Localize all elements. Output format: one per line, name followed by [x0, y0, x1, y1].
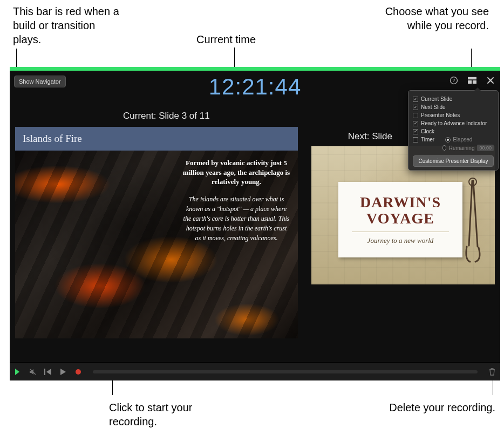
option-timer[interactable]: Timer Elapsed	[413, 135, 494, 144]
current-slide-blurb-italic: The islands are situated over what is kn…	[182, 194, 290, 243]
checkbox-icon[interactable]	[413, 129, 418, 134]
delete-recording-button[interactable]	[488, 368, 496, 376]
svg-rect-3	[468, 80, 472, 84]
svg-text:?: ?	[452, 78, 455, 83]
next-slide-label: Next: Slide	[348, 131, 392, 142]
radio-icon[interactable]	[445, 137, 451, 142]
next-slide-subtitle: Journey to a new world	[352, 232, 448, 245]
option-presenter-notes[interactable]: Presenter Notes	[413, 111, 494, 119]
current-slide-title: Islands of Fire	[15, 127, 298, 151]
mute-icon[interactable]	[29, 368, 37, 376]
display-options-popover: Current Slide Next Slide Presenter Notes…	[408, 90, 499, 171]
timer-mode-elapsed: Elapsed	[453, 137, 472, 142]
option-timer-remaining[interactable]: Remaining 00:00	[413, 144, 494, 152]
radio-icon[interactable]	[442, 145, 446, 151]
current-slide-text: Formed by volcanic activity just 5 milli…	[182, 158, 290, 243]
next-slide-title-card: DARWIN'S VOYAGE Journey to a new world	[338, 182, 462, 257]
checkbox-icon[interactable]	[413, 137, 418, 142]
top-right-icons: ?	[449, 76, 495, 85]
checkbox-icon[interactable]	[413, 113, 418, 118]
current-slide-preview[interactable]: Islands of Fire Formed by volcanic activ…	[15, 127, 298, 338]
divider-illustration	[454, 175, 492, 267]
option-label: Next Slide	[421, 104, 446, 110]
checkbox-icon[interactable]	[413, 97, 418, 102]
advance-status-bar	[10, 67, 500, 71]
transport-bar	[10, 362, 500, 380]
svg-rect-4	[473, 80, 476, 84]
record-button[interactable]	[74, 368, 82, 376]
next-slide-title-line1: DARWIN'S	[360, 194, 441, 210]
next-slide-title-line2: VOYAGE	[366, 210, 434, 226]
callout-current-time: Current time	[196, 32, 256, 46]
timer-value: 00:00	[477, 145, 494, 151]
recording-timeline[interactable]	[93, 370, 478, 373]
option-clock[interactable]: Clock	[413, 127, 494, 135]
checkbox-icon[interactable]	[413, 121, 418, 126]
option-ready-indicator[interactable]: Ready to Advance Indicator	[413, 119, 494, 127]
svg-rect-2	[468, 77, 476, 79]
option-label: Ready to Advance Indicator	[421, 120, 487, 126]
previous-icon[interactable]	[44, 368, 52, 376]
option-label: Presenter Notes	[421, 112, 460, 118]
svg-rect-6	[44, 369, 45, 375]
customise-presenter-display-button[interactable]: Customise Presenter Display	[413, 155, 494, 167]
current-slide-blurb-bold: Formed by volcanic activity just 5 milli…	[182, 158, 290, 187]
checkbox-icon[interactable]	[413, 105, 418, 110]
presenter-display-window: Show Navigator 12:21:44 ? Current: Slide…	[10, 71, 500, 380]
callout-status-bar: This bar is red when a build or transiti…	[13, 4, 121, 46]
option-label: Timer	[421, 137, 434, 142]
option-current-slide[interactable]: Current Slide	[413, 95, 494, 103]
option-next-slide[interactable]: Next Slide	[413, 103, 494, 111]
option-label: Clock	[421, 128, 434, 134]
option-label: Current Slide	[421, 96, 452, 102]
layout-icon[interactable]	[468, 76, 476, 85]
current-slide-label: Current: Slide 3 of 11	[123, 111, 210, 121]
callout-delete-recording: Delete your recording.	[389, 400, 495, 414]
timer-mode-remaining: Remaining	[449, 145, 475, 151]
callout-record: Click to start your recording.	[109, 400, 217, 429]
play-icon[interactable]	[59, 368, 67, 376]
help-icon[interactable]: ?	[449, 76, 458, 85]
advance-indicator-icon	[14, 368, 22, 376]
callout-line	[16, 49, 17, 67]
callout-display-options: Choose what you see while you record.	[381, 4, 489, 32]
close-icon[interactable]	[486, 76, 495, 85]
